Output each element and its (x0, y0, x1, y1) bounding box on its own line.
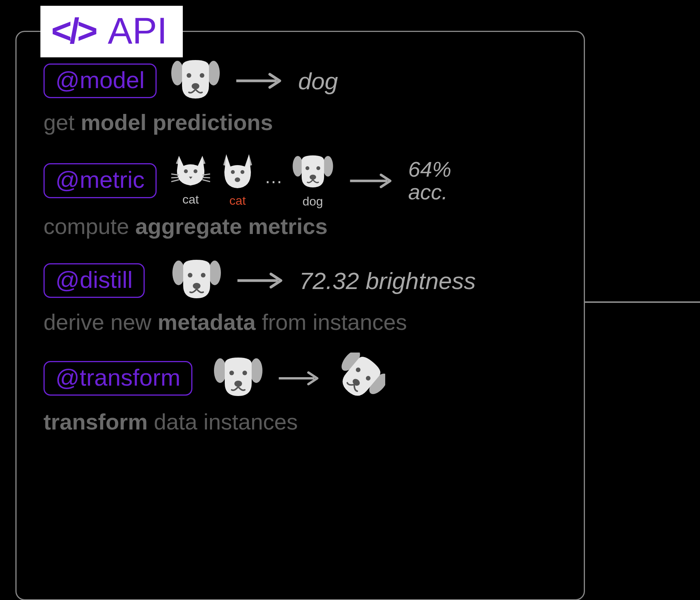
svg-point-14 (231, 170, 235, 174)
decorator-distill: @distill (43, 263, 145, 298)
svg-point-6 (184, 169, 188, 173)
svg-point-27 (193, 283, 200, 289)
transform-desc-bold: transform (43, 409, 148, 434)
model-desc-plain: get (43, 110, 81, 135)
sample-dog-correct: dog (291, 153, 334, 209)
row-distill-example: @distill 72.32 brigh (43, 257, 557, 304)
model-description: get model predictions (43, 109, 557, 135)
dog-icon (170, 57, 221, 105)
dog-icon (213, 354, 263, 402)
ellipsis: … (264, 166, 283, 187)
svg-point-20 (316, 166, 320, 170)
svg-point-33 (234, 381, 242, 387)
label-cat: cat (182, 192, 199, 207)
decorator-model: @model (43, 64, 157, 98)
api-panel: </> API @model (15, 31, 585, 600)
svg-point-2 (187, 73, 191, 78)
sample-dog-misclassified: cat (219, 153, 256, 208)
svg-point-4 (192, 83, 199, 89)
svg-line-9 (171, 177, 179, 178)
metric-output-line2: acc. (408, 181, 451, 204)
svg-point-25 (188, 273, 192, 277)
metric-desc-bold: aggregate metrics (135, 214, 328, 239)
model-desc-bold: model predictions (81, 110, 273, 135)
svg-line-10 (171, 180, 179, 182)
label-dog: dog (302, 194, 323, 209)
arrow-icon (236, 271, 286, 290)
svg-point-1 (207, 61, 220, 85)
arrow-icon (348, 171, 394, 191)
svg-point-7 (194, 169, 197, 173)
svg-line-12 (202, 177, 210, 178)
dog-pointy-icon (219, 153, 256, 192)
decorator-transform: @transform (43, 361, 192, 396)
metric-output: 64% acc. (408, 158, 451, 204)
svg-point-24 (209, 261, 221, 285)
svg-point-0 (171, 61, 184, 85)
svg-point-18 (323, 156, 333, 176)
metric-output-line1: 64% (408, 158, 451, 181)
distill-desc-plain1: derive new (43, 309, 158, 334)
svg-point-30 (250, 358, 262, 383)
svg-point-23 (172, 261, 185, 285)
svg-point-26 (201, 273, 205, 277)
arrow-icon (234, 71, 284, 90)
sample-cat-correct: cat (170, 153, 211, 207)
svg-point-29 (214, 358, 226, 383)
metric-samples: cat cat … (170, 153, 334, 209)
svg-point-3 (200, 73, 204, 78)
svg-point-17 (292, 156, 303, 176)
svg-point-31 (229, 371, 234, 375)
decorator-metric: @metric (43, 163, 157, 198)
model-output: dog (298, 67, 338, 95)
row-model-example: @model dog (43, 57, 557, 105)
svg-point-16 (235, 177, 240, 182)
panel-title: </> API (40, 6, 183, 57)
distill-description: derive new metadata from instances (43, 309, 557, 335)
distill-desc-plain2: from instances (256, 309, 407, 334)
transform-description: transform data instances (43, 409, 557, 435)
svg-line-13 (202, 180, 210, 182)
row-metric: @metric (43, 153, 557, 239)
cat-icon (170, 153, 211, 191)
distill-desc-bold: metadata (158, 309, 256, 334)
transform-desc-plain2: data instances (148, 409, 298, 434)
row-distill: @distill 72.32 brigh (43, 257, 557, 335)
row-model: @model dog (43, 57, 557, 135)
svg-point-21 (309, 175, 316, 180)
row-transform-example: @transform (43, 353, 557, 404)
dog-icon (291, 153, 334, 193)
row-metric-example: @metric (43, 153, 557, 209)
distill-output: 72.32 brightness (299, 267, 476, 294)
metric-description: compute aggregate metrics (43, 213, 557, 239)
row-transform: @transform (43, 353, 557, 435)
svg-point-19 (306, 166, 309, 170)
arrow-icon (277, 369, 321, 388)
svg-point-15 (241, 170, 244, 174)
connector-line (584, 301, 700, 303)
label-cat-error: cat (229, 194, 246, 208)
svg-point-32 (242, 371, 247, 375)
metric-desc-plain: compute (43, 214, 135, 239)
dog-icon (172, 257, 222, 304)
dog-rotated-icon (335, 353, 385, 404)
api-title-text: API (108, 10, 167, 52)
code-icon: </> (51, 11, 95, 51)
